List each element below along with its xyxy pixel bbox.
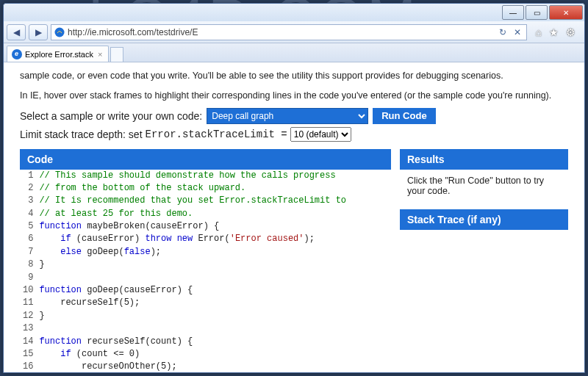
forward-button[interactable]: ▶ <box>29 24 48 40</box>
limit-row: Limit stack trace depth: set Error.stack… <box>20 127 568 142</box>
code-line: 10function goDeep(causeError) { <box>20 284 391 297</box>
stacktrace-body <box>400 230 568 252</box>
browser-window: — ▭ ✕ ◀ ▶ http://ie.microsoft.com/testdr… <box>3 3 585 373</box>
code-panel: Code 1// This sample should demonstrate … <box>20 149 391 373</box>
results-body: Click the "Run Code" button to try your … <box>400 170 568 202</box>
home-icon[interactable]: ⌂ <box>536 26 542 38</box>
run-code-button[interactable]: Run Code <box>373 108 435 124</box>
code-panel-header: Code <box>20 149 391 170</box>
address-bar[interactable]: http://ie.microsoft.com/testdrive/E ↻ ✕ <box>51 24 527 40</box>
sample-select-label: Select a sample or write your own code: <box>20 110 202 122</box>
stacktrace-panel: Stack Trace (if any) <box>400 209 568 252</box>
stop-button[interactable]: ✕ <box>512 26 523 38</box>
code-line: 9 <box>20 272 391 284</box>
refresh-button[interactable]: ↻ <box>497 26 509 38</box>
code-line: 8} <box>20 258 391 271</box>
limit-prefix-text: Limit stack trace depth: set <box>20 129 143 140</box>
page-body: sample code, or even code that you write… <box>4 62 584 372</box>
window-titlebar: — ▭ ✕ <box>4 4 584 21</box>
code-line: 4// at least 25 for this demo. <box>20 208 391 220</box>
code-line: 6 if (causeError) throw new Error('Error… <box>20 233 391 245</box>
controls-row: Select a sample or write your own code: … <box>20 108 568 124</box>
results-panel-header: Results <box>400 149 568 170</box>
forward-arrow-icon: ▶ <box>35 27 42 37</box>
code-line: 13 <box>20 322 391 335</box>
code-line: 5function maybeBroken(causeError) { <box>20 220 391 233</box>
code-line: 15 if (count <= 0) <box>20 348 391 361</box>
page-content-scroll[interactable]: sample code, or even code that you write… <box>4 62 584 372</box>
browser-navbar: ◀ ▶ http://ie.microsoft.com/testdrive/E … <box>4 21 584 43</box>
back-button[interactable]: ◀ <box>7 24 26 40</box>
tab-strip: Explore Error.stack × <box>4 43 584 62</box>
ie-favicon-icon <box>54 27 65 37</box>
panels: Code 1// This sample should demonstrate … <box>20 149 568 373</box>
code-line: 12} <box>20 310 391 322</box>
stacktrace-panel-header: Stack Trace (if any) <box>400 209 568 230</box>
results-panel: Results Click the "Run Code" button to t… <box>400 149 568 202</box>
code-listing: 1// This sample should demonstrate how t… <box>20 170 391 373</box>
tab-close-icon[interactable]: × <box>96 50 104 59</box>
code-line: 14function recurseSelf(count) { <box>20 336 391 348</box>
tab-favicon-icon <box>12 49 22 59</box>
window-controls: — ▭ ✕ <box>502 4 584 21</box>
settings-gear-icon[interactable]: ⚙ <box>566 26 576 38</box>
code-line: 3// It is recommended that you set Error… <box>20 195 391 207</box>
code-line: 1// This sample should demonstrate how t… <box>20 170 391 182</box>
tab-title: Explore Error.stack <box>25 50 93 59</box>
tab-active[interactable]: Explore Error.stack × <box>7 46 109 62</box>
code-editor-scroll[interactable]: 1// This sample should demonstrate how t… <box>20 170 391 373</box>
maximize-button[interactable]: ▭ <box>526 5 548 20</box>
code-line: 7 else goDeep(false); <box>20 246 391 258</box>
back-arrow-icon: ◀ <box>13 27 20 37</box>
limit-code-text: Error.stackTraceLimit = <box>146 129 287 140</box>
favorites-star-icon[interactable]: ★ <box>549 26 559 38</box>
code-line: 11 recurseSelf(5); <box>20 297 391 309</box>
navbar-right-controls: ⌂ ★ ⚙ <box>530 26 581 38</box>
close-button[interactable]: ✕ <box>549 5 583 20</box>
sample-select[interactable]: Deep call graph <box>207 108 368 124</box>
code-line: 2// from the bottom of the stack upward. <box>20 182 391 195</box>
code-line: 16 recurseOnOther(5); <box>20 361 391 372</box>
stack-depth-select[interactable]: 10 (default) <box>290 127 351 142</box>
url-text: http://ie.microsoft.com/testdrive/E <box>68 27 494 37</box>
svg-point-0 <box>55 27 65 37</box>
intro-text: sample code, or even code that you write… <box>20 70 568 83</box>
new-tab-button[interactable] <box>110 47 123 62</box>
instruction-text: In IE, hover over stack frames to highli… <box>20 90 568 101</box>
minimize-button[interactable]: — <box>502 5 524 20</box>
